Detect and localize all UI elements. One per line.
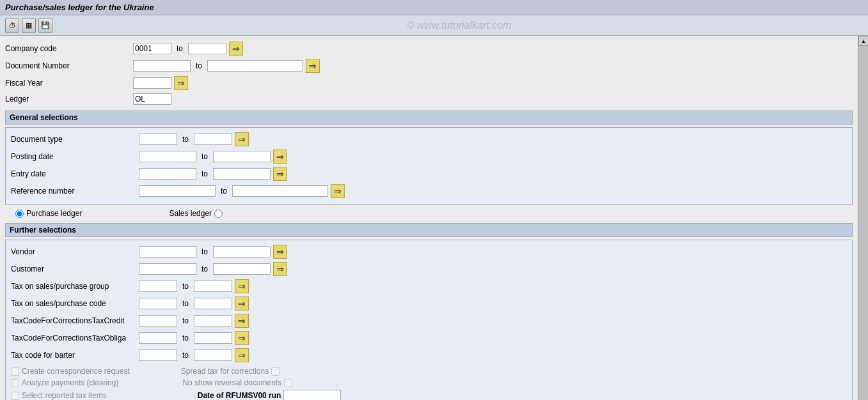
document-number-arrow[interactable]: ⇒ bbox=[306, 59, 320, 73]
fiscal-year-arrow[interactable]: ⇒ bbox=[174, 76, 188, 90]
save-icon[interactable]: 💾 bbox=[38, 19, 52, 33]
customer-arrow[interactable]: ⇒ bbox=[273, 262, 287, 276]
entry-date-row: Entry date to ⇒ bbox=[11, 166, 847, 181]
checkboxes-row-1: Create correspondence request Spread tax… bbox=[11, 367, 847, 376]
tax-obliga-input-to[interactable] bbox=[194, 332, 232, 344]
spread-tax-wrapper: Spread tax for corrections bbox=[181, 367, 280, 376]
date-rfumsv-input[interactable] bbox=[283, 390, 341, 400]
clock-icon[interactable]: ⏱ bbox=[5, 19, 19, 33]
company-code-input-to[interactable] bbox=[188, 43, 226, 54]
company-code-arrow[interactable]: ⇒ bbox=[229, 42, 243, 56]
entry-date-arrow[interactable]: ⇒ bbox=[273, 167, 287, 181]
reference-number-row: Reference number to ⇒ bbox=[11, 183, 847, 199]
document-type-input-to[interactable] bbox=[194, 134, 232, 145]
document-type-input[interactable] bbox=[139, 134, 177, 145]
spread-tax-checkbox[interactable] bbox=[271, 367, 280, 376]
customer-input[interactable] bbox=[139, 263, 196, 275]
tax-obliga-label: TaxCodeForCorrectionsTaxObliga bbox=[11, 334, 139, 342]
to-label-9: to bbox=[182, 282, 189, 291]
no-show-reversal-checkbox[interactable] bbox=[284, 379, 292, 387]
tax-group-input-to[interactable] bbox=[194, 281, 232, 292]
ledger-input[interactable] bbox=[133, 93, 171, 105]
tax-code-label: Tax on sales/purchase code bbox=[11, 299, 139, 308]
vendor-arrow[interactable]: ⇒ bbox=[273, 245, 287, 259]
analyze-payments-label: Analyze payments (clearing) bbox=[22, 378, 118, 387]
tax-code-input-to[interactable] bbox=[194, 298, 232, 309]
main-window: Purchase/sales ledger for the Ukraine ⏱ … bbox=[0, 0, 868, 400]
no-show-reversal-label: No show reversal documents bbox=[182, 378, 281, 387]
entry-date-label: Entry date bbox=[11, 169, 139, 178]
analyze-payments-checkbox[interactable] bbox=[11, 379, 19, 387]
create-correspondence-label: Create correspondence request bbox=[22, 367, 130, 376]
select-reported-label: Select reported tax items bbox=[22, 391, 107, 400]
entry-date-input[interactable] bbox=[139, 168, 196, 180]
to-label-11: to bbox=[182, 316, 189, 325]
vendor-input[interactable] bbox=[139, 246, 196, 258]
to-label-8: to bbox=[201, 265, 208, 273]
sales-ledger-radio[interactable] bbox=[214, 210, 223, 218]
tax-credit-label: TaxCodeForCorrectionsTaxCredit bbox=[11, 316, 139, 325]
tax-group-arrow[interactable]: ⇒ bbox=[235, 279, 249, 293]
reference-number-label: Reference number bbox=[11, 187, 139, 196]
reference-number-input-to[interactable] bbox=[232, 185, 328, 197]
tax-credit-arrow[interactable]: ⇒ bbox=[235, 314, 249, 328]
grid-icon[interactable]: ▦ bbox=[22, 19, 36, 33]
document-type-arrow[interactable]: ⇒ bbox=[235, 132, 249, 146]
to-label-12: to bbox=[182, 334, 189, 342]
to-label-2: to bbox=[196, 61, 202, 70]
to-label-4: to bbox=[201, 152, 208, 161]
date-rfumsv-label: Date of RFUMSV00 run bbox=[198, 391, 281, 400]
vendor-input-to[interactable] bbox=[213, 246, 271, 258]
company-code-input[interactable] bbox=[133, 43, 171, 54]
reference-number-input[interactable] bbox=[139, 185, 216, 197]
create-correspondence-wrapper: Create correspondence request bbox=[11, 367, 130, 376]
further-selections-header: Further selections bbox=[5, 223, 853, 237]
scrollbar[interactable]: ▲ ▼ bbox=[858, 36, 868, 400]
fiscal-year-row: Fiscal Year ⇒ bbox=[5, 75, 853, 91]
ledger-radio-group: Purchase ledger Sales ledger bbox=[5, 209, 853, 218]
scrollbar-up-arrow[interactable]: ▲ bbox=[858, 36, 868, 46]
posting-date-row: Posting date to ⇒ bbox=[11, 149, 847, 164]
tax-barter-input-to[interactable] bbox=[194, 350, 232, 361]
posting-date-arrow[interactable]: ⇒ bbox=[273, 150, 287, 164]
further-selections-section: Further selections Vendor to ⇒ Customer … bbox=[5, 223, 853, 400]
document-type-label: Document type bbox=[11, 135, 139, 144]
entry-date-input-to[interactable] bbox=[213, 168, 271, 180]
create-correspondence-checkbox[interactable] bbox=[11, 367, 19, 376]
main-content: Company code to ⇒ Document Number to ⇒ F… bbox=[0, 36, 858, 400]
tax-barter-arrow[interactable]: ⇒ bbox=[235, 348, 249, 362]
general-selections-box: Document type to ⇒ Posting date to ⇒ bbox=[5, 127, 853, 205]
tax-group-input[interactable] bbox=[139, 281, 177, 292]
window-title: Purchase/sales ledger for the Ukraine bbox=[5, 3, 154, 12]
to-label-5: to bbox=[201, 169, 208, 178]
customer-label: Customer bbox=[11, 265, 139, 273]
vendor-label: Vendor bbox=[11, 247, 139, 256]
tax-obliga-arrow[interactable]: ⇒ bbox=[235, 331, 249, 345]
tax-barter-input[interactable] bbox=[139, 350, 177, 361]
fiscal-year-label: Fiscal Year bbox=[5, 79, 133, 88]
document-number-input-to[interactable] bbox=[207, 60, 303, 72]
tax-credit-input[interactable] bbox=[139, 315, 177, 327]
select-reported-wrapper: Select reported tax items bbox=[11, 391, 107, 400]
tax-barter-row: Tax code for barter to ⇒ bbox=[11, 348, 847, 363]
reference-number-arrow[interactable]: ⇒ bbox=[331, 184, 345, 198]
spread-tax-label: Spread tax for corrections bbox=[181, 367, 269, 376]
ledger-row: Ledger bbox=[5, 93, 853, 105]
fiscal-year-input[interactable] bbox=[133, 77, 171, 89]
document-number-input[interactable] bbox=[133, 60, 191, 72]
document-number-row: Document Number to ⇒ bbox=[5, 58, 853, 73]
tax-code-input[interactable] bbox=[139, 298, 177, 309]
tax-credit-input-to[interactable] bbox=[194, 315, 232, 327]
select-reported-checkbox[interactable] bbox=[11, 392, 19, 400]
customer-input-to[interactable] bbox=[213, 263, 271, 275]
tax-obliga-input[interactable] bbox=[139, 332, 177, 344]
scrollbar-thumb[interactable] bbox=[858, 46, 868, 400]
posting-date-input[interactable] bbox=[139, 151, 196, 162]
posting-date-input-to[interactable] bbox=[213, 151, 271, 162]
purchase-ledger-radio[interactable] bbox=[15, 210, 24, 218]
tax-group-row: Tax on sales/purchase group to ⇒ bbox=[11, 279, 847, 294]
date-rfumsv-wrapper: Date of RFUMSV00 run bbox=[198, 390, 342, 400]
sales-ledger-option[interactable]: Sales ledger bbox=[169, 209, 223, 218]
purchase-ledger-option[interactable]: Purchase ledger bbox=[15, 209, 82, 218]
tax-code-arrow[interactable]: ⇒ bbox=[235, 296, 249, 311]
